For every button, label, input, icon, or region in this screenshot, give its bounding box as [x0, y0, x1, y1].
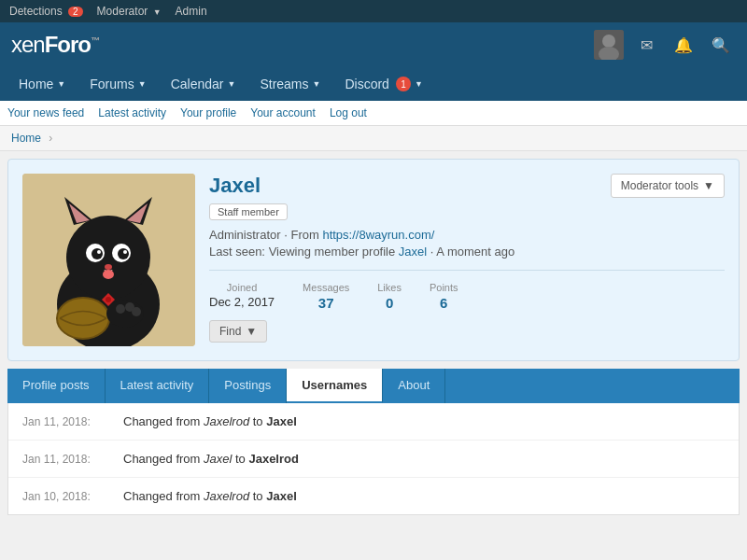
nav-calendar[interactable]: Calendar▼ [160, 67, 247, 101]
username-row-1: Jan 11, 2018: Changed from Jaxel to Jaxe… [8, 441, 739, 478]
main-nav: Home▼ Forums▼ Calendar▼ Streams▼ Discord… [0, 67, 747, 101]
svg-point-25 [132, 307, 141, 316]
sub-nav-logout[interactable]: Log out [330, 105, 367, 121]
username-history-content: Jan 11, 2018: Changed from Jaxelrod to J… [7, 403, 740, 515]
svg-point-19 [106, 297, 111, 302]
breadcrumb: Home › [0, 126, 747, 151]
profile-url[interactable]: https://8wayrun.com/ [322, 228, 434, 242]
tab-postings[interactable]: Postings [209, 369, 287, 403]
tab-latest-activity[interactable]: Latest activity [106, 369, 210, 403]
bell-icon[interactable]: 🔔 [669, 30, 698, 60]
nav-forums[interactable]: Forums▼ [78, 67, 157, 101]
logo-xen: xen [11, 32, 45, 57]
moderator-tools-button[interactable]: Moderator tools ▼ [611, 174, 725, 198]
svg-point-14 [97, 250, 101, 254]
svg-point-16 [105, 264, 112, 270]
change-text-1: Changed from Jaxel to Jaxelrod [123, 452, 299, 466]
change-text-2: Changed from Jaxelrod to Jaxel [123, 489, 297, 503]
profile-avatar [22, 174, 195, 346]
search-icon[interactable]: 🔍 [706, 30, 736, 60]
svg-point-13 [118, 248, 129, 259]
stat-joined: Joined Dec 2, 2017 [209, 282, 275, 311]
stat-points: Points 6 [430, 282, 458, 311]
sub-nav-profile[interactable]: Your profile [180, 105, 236, 121]
moderator-menu[interactable]: Moderator ▼ [97, 5, 162, 18]
username-row-0: Jan 11, 2018: Changed from Jaxelrod to J… [8, 403, 739, 441]
calendar-arrow: ▼ [227, 79, 235, 89]
tabs-bar: Profile posts Latest activity Postings U… [7, 369, 740, 403]
home-arrow: ▼ [57, 79, 65, 89]
sub-nav-account[interactable]: Your account [250, 105, 316, 121]
tab-usernames[interactable]: Usernames [287, 369, 383, 403]
profile-info: Jaxel Staff member Moderator tools ▼ Adm… [209, 174, 725, 346]
svg-point-1 [602, 35, 615, 48]
streams-arrow: ▼ [313, 79, 321, 89]
tab-about[interactable]: About [383, 369, 445, 403]
detections-menu[interactable]: Detections 2 [9, 5, 83, 18]
breadcrumb-home[interactable]: Home [11, 132, 41, 145]
find-button[interactable]: Find ▼ [209, 320, 267, 343]
nav-home[interactable]: Home▼ [7, 67, 77, 101]
stat-messages: Messages 37 [303, 282, 349, 311]
sub-nav: Your news feed Latest activity Your prof… [0, 101, 747, 126]
nav-streams[interactable]: Streams▼ [248, 67, 331, 101]
admin-menu[interactable]: Admin [176, 5, 207, 18]
mail-icon[interactable]: ✉ [631, 30, 661, 60]
sub-nav-newsfeed[interactable]: Your news feed [7, 105, 84, 121]
svg-point-12 [92, 248, 103, 259]
profile-stats: Joined Dec 2, 2017 Messages 37 Likes 0 P… [209, 270, 725, 311]
user-avatar-icon[interactable] [594, 30, 624, 60]
discord-arrow: ▼ [415, 79, 423, 89]
sub-nav-latest-activity[interactable]: Latest activity [98, 105, 166, 121]
logo-tm: ™ [91, 35, 99, 46]
svg-point-15 [123, 250, 127, 254]
profile-header: Jaxel Staff member Moderator tools ▼ Adm… [22, 174, 725, 346]
admin-bar: Detections 2 Moderator ▼ Admin [0, 0, 747, 22]
last-seen-name: Jaxel [399, 245, 427, 259]
date-label-0: Jan 11, 2018: [22, 415, 116, 428]
profile-username: Jaxel [209, 174, 288, 198]
moderator-dropdown-arrow: ▼ [153, 7, 162, 17]
svg-point-17 [103, 270, 114, 279]
find-arrow: ▼ [246, 325, 257, 338]
date-label-1: Jan 11, 2018: [22, 453, 116, 466]
change-text-0: Changed from Jaxelrod to Jaxel [123, 414, 297, 428]
nav-discord[interactable]: Discord 1 ▼ [333, 67, 433, 101]
username-row-2: Jan 10, 2018: Changed from Jaxelrod to J… [8, 478, 739, 514]
staff-badge: Staff member [209, 203, 288, 220]
date-label-2: Jan 10, 2018: [22, 490, 116, 503]
svg-point-5 [66, 216, 150, 300]
tab-profile-posts[interactable]: Profile posts [7, 369, 106, 403]
site-logo[interactable]: xenForo™ [11, 32, 99, 58]
breadcrumb-sep: › [49, 132, 52, 145]
logo-foro: Foro [45, 32, 91, 57]
header-icons: ✉ 🔔 🔍 [594, 30, 736, 60]
profile-last-seen: Last seen: Viewing member profile Jaxel … [209, 245, 725, 259]
stat-likes: Likes 0 [377, 282, 402, 311]
forums-arrow: ▼ [138, 79, 147, 89]
profile-section: Jaxel Staff member Moderator tools ▼ Adm… [7, 159, 740, 361]
svg-point-23 [116, 304, 125, 314]
profile-name-row: Jaxel Staff member Moderator tools ▼ [209, 174, 725, 228]
mod-tools-arrow: ▼ [703, 179, 714, 192]
profile-meta: Administrator · From https://8wayrun.com… [209, 228, 725, 242]
site-header: xenForo™ ✉ 🔔 🔍 [0, 22, 747, 67]
discord-badge: 1 [396, 77, 411, 91]
